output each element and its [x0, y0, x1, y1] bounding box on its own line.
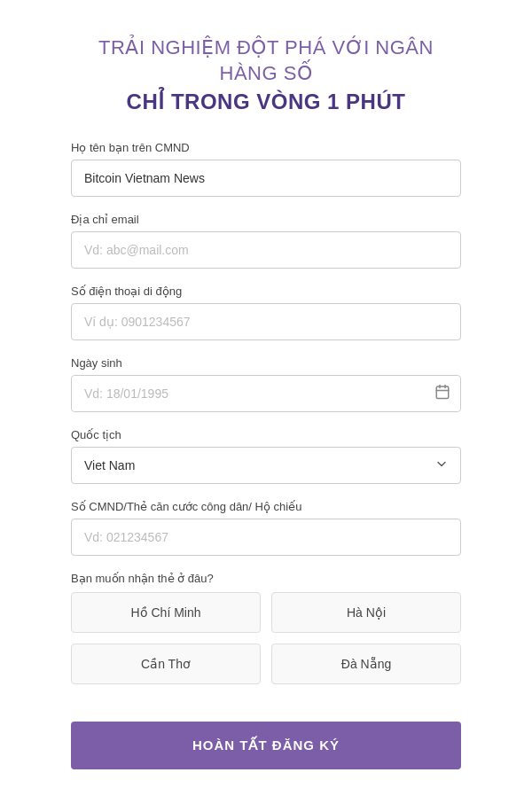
field-email-label: Địa chỉ email: [71, 213, 461, 226]
field-name-input[interactable]: [71, 160, 461, 197]
card-location-group: Bạn muốn nhận thẻ ở đâu? Hồ Chí Minh Hà …: [71, 572, 461, 684]
card-location-label: Bạn muốn nhận thẻ ở đâu?: [71, 572, 461, 585]
city-btn-danang[interactable]: Đà Nẵng: [271, 644, 461, 684]
city-grid: Hồ Chí Minh Hà Nội Cần Thơ Đà Nẵng: [71, 592, 461, 684]
nationality-select-wrapper: Viet Nam Khác: [71, 447, 461, 484]
dob-input-wrapper: [71, 375, 461, 412]
field-id-group: Số CMND/Thẻ căn cước công dân/ Hộ chiếu: [71, 500, 461, 556]
field-id-label: Số CMND/Thẻ căn cước công dân/ Hộ chiếu: [71, 500, 461, 513]
field-name-group: Họ tên bạn trên CMND: [71, 141, 461, 197]
field-dob-input[interactable]: [71, 375, 461, 412]
city-btn-hanoi[interactable]: Hà Nội: [271, 592, 461, 633]
field-nationality-label: Quốc tịch: [71, 428, 461, 441]
field-email-input[interactable]: [71, 231, 461, 269]
field-email-group: Địa chỉ email: [71, 213, 461, 269]
field-nationality-group: Quốc tịch Viet Nam Khác: [71, 428, 461, 484]
field-name-label: Họ tên bạn trên CMND: [71, 141, 461, 154]
field-dob-group: Ngày sinh: [71, 356, 461, 412]
city-btn-cantho[interactable]: Cần Thơ: [71, 644, 261, 684]
field-phone-input[interactable]: [71, 303, 461, 340]
field-phone-label: Số điện thoại di động: [71, 285, 461, 298]
submit-button[interactable]: HOÀN TẤT ĐĂNG KÝ: [71, 722, 461, 769]
title-top: TRẢI NGHIỆM ĐỘT PHÁ VỚI NGÂN HÀNG SỐ: [71, 35, 461, 86]
field-phone-group: Số điện thoại di động: [71, 285, 461, 340]
field-nationality-select[interactable]: Viet Nam Khác: [71, 447, 461, 484]
city-btn-hcm[interactable]: Hồ Chí Minh: [71, 592, 261, 633]
field-id-input[interactable]: [71, 519, 461, 556]
field-dob-label: Ngày sinh: [71, 356, 461, 370]
main-container: TRẢI NGHIỆM ĐỘT PHÁ VỚI NGÂN HÀNG SỐ CHỈ…: [71, 35, 461, 769]
title-bold: CHỈ TRONG VÒNG 1 PHÚT: [71, 90, 461, 114]
